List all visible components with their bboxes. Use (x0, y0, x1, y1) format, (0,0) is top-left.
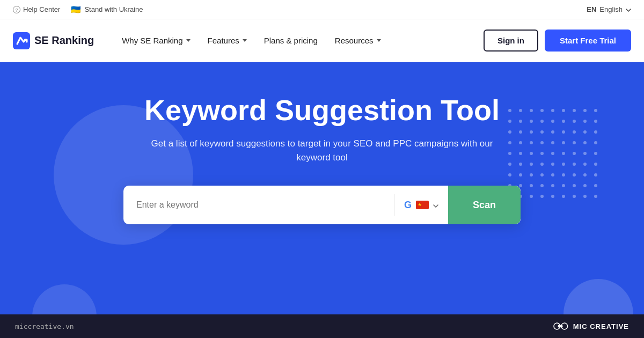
svg-point-17 (562, 120, 565, 123)
mic-creative-label: MIC CREATIVE (573, 322, 629, 330)
svg-point-10 (583, 109, 587, 112)
language-chevron-icon (626, 5, 631, 13)
svg-point-41 (530, 152, 533, 155)
bottom-bar: miccreative.vn MIC CREATIVE (0, 314, 644, 338)
scan-button[interactable]: Scan (448, 186, 521, 224)
nav-label-plans: Plans & pricing (264, 36, 318, 45)
svg-point-80 (562, 195, 565, 198)
svg-text:?: ? (16, 8, 18, 13)
svg-point-58 (519, 173, 522, 177)
help-center-link[interactable]: ? Help Center (13, 5, 60, 13)
nav-item-why-se-ranking[interactable]: Why SE Ranking (115, 32, 196, 49)
svg-point-6 (540, 109, 544, 112)
svg-point-31 (519, 141, 522, 144)
svg-point-49 (519, 163, 522, 166)
nav-item-resources[interactable]: Resources (328, 32, 387, 49)
svg-point-34 (551, 141, 554, 144)
svg-point-51 (540, 163, 544, 166)
search-engine-selector[interactable]: G (394, 186, 448, 224)
nav-label-features: Features (208, 36, 239, 45)
svg-point-47 (594, 152, 597, 155)
svg-point-67 (519, 184, 522, 187)
svg-point-44 (562, 152, 565, 155)
why-chevron-icon (186, 39, 191, 42)
resources-chevron-icon (377, 39, 381, 42)
china-flag-icon (416, 201, 429, 209)
svg-point-23 (530, 130, 533, 134)
ukraine-label: Stand with Ukraine (84, 5, 143, 13)
keyword-search-bar: G Scan (123, 186, 521, 224)
svg-point-74 (594, 184, 597, 187)
svg-point-62 (562, 173, 565, 177)
language-label: English (599, 5, 623, 13)
svg-point-11 (594, 109, 597, 112)
svg-point-56 (594, 163, 597, 166)
svg-point-35 (562, 141, 565, 144)
svg-point-37 (583, 141, 587, 144)
svg-point-22 (519, 130, 522, 134)
svg-point-5 (530, 109, 533, 112)
ukraine-link[interactable]: 🇺🇦 Stand with Ukraine (71, 5, 143, 14)
nav-label-why: Why SE Ranking (122, 36, 182, 45)
keyword-input[interactable] (123, 186, 394, 224)
svg-point-43 (551, 152, 554, 155)
nav-links: Why SE Ranking Features Plans & pricing … (115, 32, 387, 49)
svg-point-54 (573, 163, 576, 166)
svg-point-27 (573, 130, 576, 134)
svg-point-42 (540, 152, 544, 155)
svg-point-46 (583, 152, 587, 155)
svg-point-32 (530, 141, 533, 144)
top-bar-left: ? Help Center 🇺🇦 Stand with Ukraine (13, 5, 143, 14)
svg-point-33 (540, 141, 544, 144)
svg-point-18 (573, 120, 576, 123)
bottom-bar-url: miccreative.vn (15, 322, 74, 330)
google-icon: G (404, 200, 412, 211)
svg-point-9 (573, 109, 576, 112)
start-free-trial-button[interactable]: Start Free Trial (545, 30, 631, 52)
svg-point-21 (508, 130, 511, 134)
svg-point-45 (573, 152, 576, 155)
nav-label-resources: Resources (335, 36, 374, 45)
hero-section: Keyword Suggestion Tool Get a list of ke… (0, 62, 644, 338)
logo[interactable]: SE Ranking (13, 32, 94, 49)
svg-point-85 (560, 325, 562, 328)
svg-point-71 (562, 184, 565, 187)
ukraine-flag-icon: 🇺🇦 (71, 5, 81, 14)
nav-item-features[interactable]: Features (201, 32, 253, 49)
top-bar: ? Help Center 🇺🇦 Stand with Ukraine EN E… (0, 0, 644, 19)
svg-point-13 (519, 120, 522, 123)
signin-button[interactable]: Sign in (484, 30, 538, 52)
mic-creative-icon (552, 321, 569, 332)
svg-point-50 (530, 163, 533, 166)
svg-point-59 (530, 173, 533, 177)
svg-point-52 (551, 163, 554, 166)
hero-subtitle: Get a list of keyword suggestions to tar… (134, 137, 510, 164)
circle-question-icon: ? (13, 6, 20, 13)
svg-point-7 (551, 109, 554, 112)
svg-point-19 (583, 120, 587, 123)
svg-point-4 (519, 109, 522, 112)
svg-point-79 (551, 195, 554, 198)
features-chevron-icon (243, 39, 247, 42)
bottom-bar-brand: MIC CREATIVE (552, 321, 629, 332)
svg-point-40 (519, 152, 522, 155)
svg-point-55 (583, 163, 587, 166)
navbar-left: SE Ranking Why SE Ranking Features Plans… (13, 32, 387, 49)
svg-point-57 (508, 173, 511, 177)
svg-point-36 (573, 141, 576, 144)
svg-point-82 (583, 195, 587, 198)
help-center-label: Help Center (23, 5, 60, 13)
svg-point-68 (530, 184, 533, 187)
se-ranking-logo-icon (13, 32, 30, 49)
svg-point-20 (594, 120, 597, 123)
svg-point-63 (573, 173, 576, 177)
nav-item-plans-pricing[interactable]: Plans & pricing (258, 32, 324, 49)
hero-title: Keyword Suggestion Tool (144, 94, 500, 126)
svg-point-81 (573, 195, 576, 198)
language-selector[interactable]: EN English (587, 5, 631, 13)
svg-point-8 (562, 109, 565, 112)
svg-point-73 (583, 184, 587, 187)
svg-point-83 (594, 195, 597, 198)
svg-point-78 (540, 195, 544, 198)
svg-point-77 (530, 195, 533, 198)
